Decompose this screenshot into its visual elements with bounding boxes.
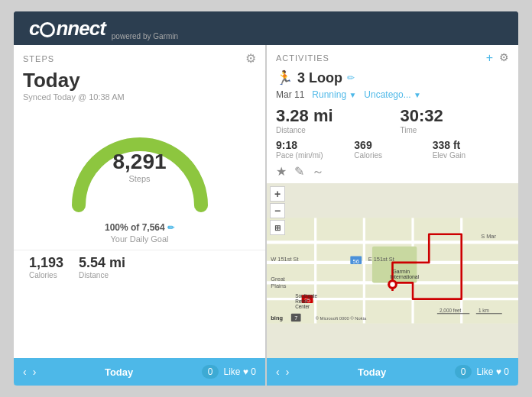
footer-today-label: Today [105,366,133,378]
app-header: cnnect powered by Garmin [14,11,518,45]
activity-category[interactable]: Uncatego... ▼ [364,89,421,100]
daily-goal-label: Your Daily Goal [14,234,265,244]
svg-text:E 151st St: E 151st St [368,256,394,263]
calories-act-stat: 369 Calories [354,139,430,160]
activities-footer: ‹ › Today 0 Like ♥ 0 [267,358,518,386]
activity-main-stats: 3.28 mi Distance 30:32 Time [267,103,518,137]
panels: STEPS ⚙ Today Synced Today @ 10:38 AM 8,… [14,45,518,386]
app-container: cnnect powered by Garmin STEPS ⚙ Today S… [14,11,518,386]
map-plus-button[interactable]: + [270,186,285,202]
distance-main-label: Distance [276,126,385,134]
elev-stat: 338 ft Elev Gain [433,139,509,160]
prev-button[interactable]: ‹ [23,366,27,378]
activity-name: 3 Loop [297,70,342,86]
run-icon: 🏃 [276,69,293,86]
favorite-icon[interactable]: ★ [276,164,287,180]
steps-section-label: STEPS [23,54,54,63]
svg-text:S Mar: S Mar [481,233,496,240]
steps-title: Today [14,69,265,92]
time-main-label: Time [401,126,510,134]
activities-footer-nav[interactable]: ‹ › [276,366,289,378]
steps-gauge: 8,291 Steps [63,106,216,221]
steps-footer: ‹ › Today 0 Like ♥ 0 [14,358,265,386]
powered-by-label: powered by Garmin [112,32,178,40]
app-logo: cnnect powered by Garmin [29,17,178,40]
activities-panel-icons: + ⚙ [486,51,509,65]
distance-value: 5.54 mi [79,255,125,271]
comment-count[interactable]: 0 [202,365,219,379]
activities-panel-header: ACTIVITIES + ⚙ [267,45,518,68]
chart-icon[interactable]: ～ [312,164,324,180]
edit-action-icon[interactable]: ✎ [294,164,304,180]
map-container[interactable]: W 151st St E 151st St Great Plains 56 35… [267,183,518,358]
steps-footer-right: 0 Like ♥ 0 [202,365,256,379]
svg-point-11 [390,282,394,286]
activity-meta: Mar 11 Running ▼ Uncatego... ▼ [267,89,518,103]
steps-count: 8,291 [112,150,166,174]
calories-label: Calories [29,271,63,279]
act-footer-today-label: Today [358,366,386,378]
svg-text:Center: Center [295,304,310,309]
steps-footer-nav[interactable]: ‹ › [23,366,36,378]
activities-settings-icon[interactable]: ⚙ [499,51,509,65]
svg-text:Garmin: Garmin [393,269,410,274]
activity-type[interactable]: Running ▼ [312,89,356,100]
activities-section-label: ACTIVITIES [276,53,329,63]
svg-text:W 151st St: W 151st St [271,256,298,263]
time-main-stat: 30:32 Time [401,106,510,134]
steps-goal: 100% of 7,564 ✏ [14,221,265,234]
steps-bottom-stats: 1,193 Calories 5.54 mi Distance [14,250,265,284]
distance-stat: 5.54 mi Distance [79,255,125,279]
svg-text:bing: bing [271,315,283,321]
svg-text:© Microsoft 0000  © Nokia: © Microsoft 0000 © Nokia [316,316,367,321]
svg-text:7: 7 [294,315,297,321]
svg-text:Plains: Plains [271,282,286,289]
act-prev-button[interactable]: ‹ [276,366,280,378]
activity-date: Mar 11 [276,89,304,100]
svg-text:56: 56 [353,258,359,265]
act-next-button[interactable]: › [286,366,290,378]
steps-settings-icon[interactable]: ⚙ [245,51,256,66]
calories-stat: 1,193 Calories [29,255,63,279]
act-like-button[interactable]: Like ♥ 0 [476,366,509,377]
svg-text:Retail: Retail [295,299,307,304]
activities-panel: ACTIVITIES + ⚙ 🏃 3 Loop ✏ Mar 11 Running… [267,45,518,386]
calories-act-label: Calories [354,151,430,160]
activity-actions: ★ ✎ ～ [267,161,518,183]
goal-edit-icon[interactable]: ✏ [167,223,174,232]
steps-panel: STEPS ⚙ Today Synced Today @ 10:38 AM 8,… [14,45,265,386]
elev-label: Elev Gain [433,151,509,160]
gauge-center: 8,291 Steps [112,150,166,183]
pace-stat: 9:18 Pace (min/mi) [276,139,352,160]
distance-main-value: 3.28 mi [276,106,385,126]
map-layers-button[interactable]: ⊞ [270,220,285,235]
map-controls: + − ⊞ [270,186,285,235]
pace-value: 9:18 [276,139,352,151]
activity-secondary-stats: 9:18 Pace (min/mi) 369 Calories 338 ft E… [267,137,518,161]
pace-label: Pace (min/mi) [276,151,352,160]
activity-run-header: 🏃 3 Loop ✏ [267,68,518,89]
map-svg: W 151st St E 151st St Great Plains 56 35… [267,183,518,358]
calories-value: 1,193 [29,255,63,271]
calories-act-value: 369 [354,139,430,151]
svg-text:1 km: 1 km [478,308,489,313]
distance-main-stat: 3.28 mi Distance [276,106,385,134]
steps-panel-header: STEPS ⚙ [14,45,265,69]
distance-label: Distance [79,271,125,279]
activity-edit-icon[interactable]: ✏ [347,73,355,83]
next-button[interactable]: › [33,366,37,378]
like-button[interactable]: Like ♥ 0 [223,366,256,377]
time-main-value: 30:32 [401,106,510,126]
svg-text:2,000 feet: 2,000 feet [440,308,462,313]
add-activity-icon[interactable]: + [486,51,493,65]
map-minus-button[interactable]: − [270,203,285,218]
activities-footer-right: 0 Like ♥ 0 [455,365,509,379]
steps-sync: Synced Today @ 10:38 AM [14,92,265,106]
steps-unit: Steps [112,174,166,183]
act-comment-count[interactable]: 0 [455,365,472,379]
svg-text:International: International [390,274,419,279]
elev-value: 338 ft [433,139,509,151]
